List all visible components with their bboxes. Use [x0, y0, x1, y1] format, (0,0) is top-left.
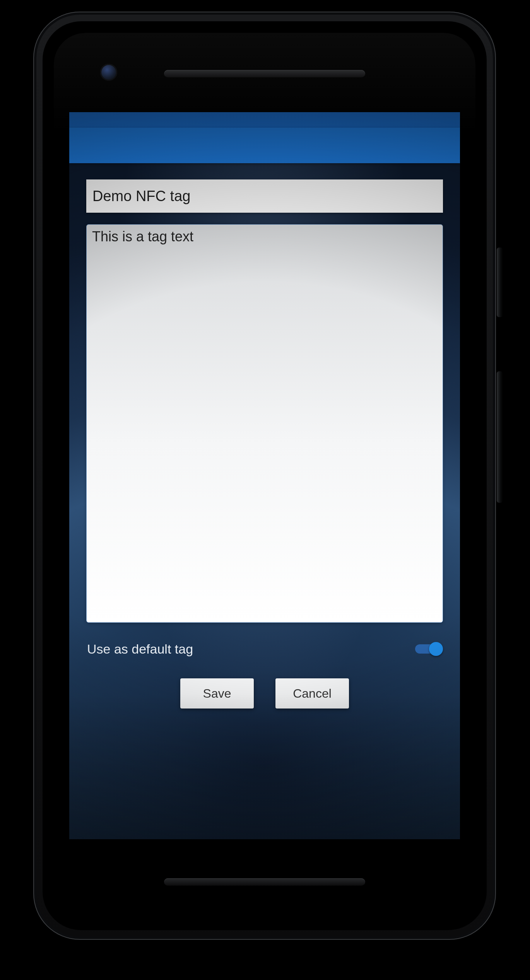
cancel-button[interactable]: Cancel	[275, 678, 349, 709]
phone-frame: Use as default tag Save Cancel	[33, 12, 496, 940]
tag-title-input[interactable]	[86, 179, 443, 213]
app-bar	[69, 128, 460, 163]
default-tag-row: Use as default tag	[86, 641, 443, 657]
form-container: Use as default tag Save Cancel	[69, 163, 460, 839]
switch-thumb	[429, 642, 443, 656]
android-status-bar	[69, 112, 460, 128]
tag-body-textarea[interactable]	[86, 224, 443, 623]
phone-bezel: Use as default tag Save Cancel	[54, 33, 475, 919]
action-button-row: Save Cancel	[86, 678, 443, 709]
default-tag-switch[interactable]	[415, 641, 442, 657]
earpiece-speaker	[164, 70, 365, 78]
default-tag-label: Use as default tag	[87, 642, 193, 657]
chin-speaker	[164, 878, 365, 886]
phone-inner: Use as default tag Save Cancel	[43, 21, 487, 930]
app-screen: Use as default tag Save Cancel	[69, 112, 460, 839]
stage: Use as default tag Save Cancel	[0, 0, 530, 980]
power-button[interactable]	[497, 248, 503, 317]
volume-rocker[interactable]	[497, 371, 503, 503]
front-camera-icon	[100, 64, 117, 81]
save-button[interactable]: Save	[180, 678, 254, 709]
